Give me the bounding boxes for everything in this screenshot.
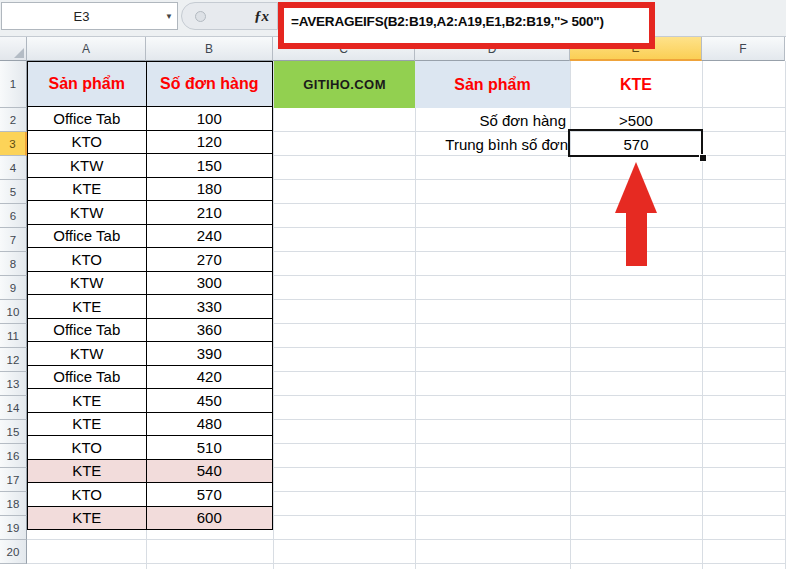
product-cell[interactable]: Office Tab: [28, 319, 147, 343]
row-header-17[interactable]: 17: [0, 468, 27, 492]
formula-input[interactable]: =AVERAGEIFS(B2:B19,A2:A19,E1,B2:B19,"> 5…: [284, 8, 649, 29]
table-row: KTO 570: [28, 483, 273, 507]
row-header-8[interactable]: 8: [0, 252, 27, 276]
orders-cell[interactable]: 210: [147, 201, 274, 225]
red-arrow-annotation-shaft: [626, 211, 647, 266]
product-cell[interactable]: KTW: [28, 272, 147, 296]
active-cell-reference: E3: [2, 9, 161, 24]
product-cell[interactable]: KTW: [28, 342, 147, 366]
table-row: Office Tab 360: [28, 319, 273, 343]
active-cell-e3[interactable]: 570: [570, 132, 702, 156]
name-box-dropdown-icon[interactable]: ▼: [161, 12, 177, 21]
row-header-9[interactable]: 9: [0, 276, 27, 300]
criteria-product-value[interactable]: KTE: [570, 61, 702, 108]
orders-cell[interactable]: 360: [147, 319, 274, 343]
orders-cell[interactable]: 540: [147, 460, 274, 484]
orders-cell[interactable]: 390: [147, 342, 274, 366]
product-cell[interactable]: KTE: [28, 507, 147, 531]
product-cell[interactable]: KTE: [28, 389, 147, 413]
product-cell[interactable]: KTE: [28, 295, 147, 319]
table-header-row: Sản phẩm Số đơn hàng: [28, 62, 273, 107]
table-row: Office Tab 420: [28, 366, 273, 390]
table-row: KTE 180: [28, 178, 273, 202]
product-cell[interactable]: KTO: [28, 436, 147, 460]
row-header-10[interactable]: 10: [0, 300, 27, 324]
row-header-19[interactable]: 19: [0, 516, 27, 540]
resize-dot-icon: [195, 11, 206, 22]
orders-cell[interactable]: 330: [147, 295, 274, 319]
table-row: KTW 300: [28, 272, 273, 296]
product-cell[interactable]: Office Tab: [28, 366, 147, 390]
row-header-4[interactable]: 4: [0, 156, 27, 180]
orders-cell[interactable]: 420: [147, 366, 274, 390]
orders-cell[interactable]: 600: [147, 507, 274, 531]
column-header-f[interactable]: F: [702, 37, 785, 61]
row-header-15[interactable]: 15: [0, 420, 27, 444]
product-cell[interactable]: KTO: [28, 131, 147, 155]
table-row: KTO 120: [28, 131, 273, 155]
orders-cell[interactable]: 480: [147, 413, 274, 437]
row-header-7[interactable]: 7: [0, 228, 27, 252]
orders-cell[interactable]: 300: [147, 272, 274, 296]
row-header-5[interactable]: 5: [0, 180, 27, 204]
name-box[interactable]: E3 ▼: [1, 2, 178, 30]
orders-cell[interactable]: 120: [147, 131, 274, 155]
table-row: KTW 210: [28, 201, 273, 225]
product-cell[interactable]: Office Tab: [28, 225, 147, 249]
criteria-orders-label[interactable]: Số đơn hàng: [415, 108, 570, 132]
row-header-16[interactable]: 16: [0, 444, 27, 468]
table-row: KTW 150: [28, 154, 273, 178]
column-header-b[interactable]: B: [146, 37, 273, 61]
orders-column-header[interactable]: Số đơn hàng: [147, 62, 274, 107]
row-header-11[interactable]: 11: [0, 324, 27, 348]
row-header-12[interactable]: 12: [0, 348, 27, 372]
source-data-table: Sản phẩm Số đơn hàng Office Tab 100 KTO …: [27, 61, 273, 530]
product-column-header[interactable]: Sản phẩm: [28, 62, 147, 107]
table-row: KTO 270: [28, 248, 273, 272]
row-header-2[interactable]: 2: [0, 108, 27, 132]
criteria-orders-value[interactable]: >500: [570, 108, 702, 132]
orders-cell[interactable]: 450: [147, 389, 274, 413]
product-cell[interactable]: KTE: [28, 460, 147, 484]
row-header-20[interactable]: 20: [0, 540, 27, 564]
column-header-a[interactable]: A: [27, 37, 146, 61]
orders-cell[interactable]: 510: [147, 436, 274, 460]
table-row: Office Tab 240: [28, 225, 273, 249]
orders-cell[interactable]: 150: [147, 154, 274, 178]
row-header-13[interactable]: 13: [0, 372, 27, 396]
red-arrow-annotation-head: [615, 162, 657, 213]
product-cell[interactable]: KTE: [28, 413, 147, 437]
product-cell[interactable]: KTW: [28, 201, 147, 225]
row-header-1[interactable]: 1: [0, 61, 27, 108]
gridline: [702, 61, 703, 569]
formula-bar-divider: ƒx: [181, 2, 278, 30]
table-row: KTE 600: [28, 507, 273, 531]
product-cell[interactable]: KTW: [28, 154, 147, 178]
table-row: KTO 510: [28, 436, 273, 460]
orders-cell[interactable]: 100: [147, 107, 274, 131]
product-cell[interactable]: KTE: [28, 178, 147, 202]
product-cell[interactable]: KTO: [28, 248, 147, 272]
table-row: KTW 390: [28, 342, 273, 366]
orders-cell[interactable]: 240: [147, 225, 274, 249]
orders-cell[interactable]: 570: [147, 483, 274, 507]
criteria-product-header[interactable]: Sản phẩm: [415, 61, 570, 108]
fill-handle[interactable]: [699, 154, 707, 162]
formula-annotation-box: =AVERAGEIFS(B2:B19,A2:A19,E1,B2:B19,"> 5…: [278, 2, 655, 49]
insert-function-icon[interactable]: ƒx: [254, 8, 269, 25]
row-header-6[interactable]: 6: [0, 204, 27, 228]
orders-cell[interactable]: 180: [147, 178, 274, 202]
row-header-column: 1 2 3 4 5 6 7 8 9 10 11 12 13 14 15 16 1…: [0, 61, 27, 564]
row-header-18[interactable]: 18: [0, 492, 27, 516]
table-row: KTE 540: [28, 460, 273, 484]
product-cell[interactable]: Office Tab: [28, 107, 147, 131]
row-header-3-selected[interactable]: 3: [0, 132, 27, 156]
select-all-triangle-icon: [14, 48, 24, 58]
orders-cell[interactable]: 270: [147, 248, 274, 272]
select-all-button[interactable]: [0, 37, 27, 61]
table-row: KTE 450: [28, 389, 273, 413]
criteria-average-label[interactable]: Trung bình số đơn: [415, 132, 570, 156]
row-header-14[interactable]: 14: [0, 396, 27, 420]
table-row: KTE 480: [28, 413, 273, 437]
product-cell[interactable]: KTO: [28, 483, 147, 507]
